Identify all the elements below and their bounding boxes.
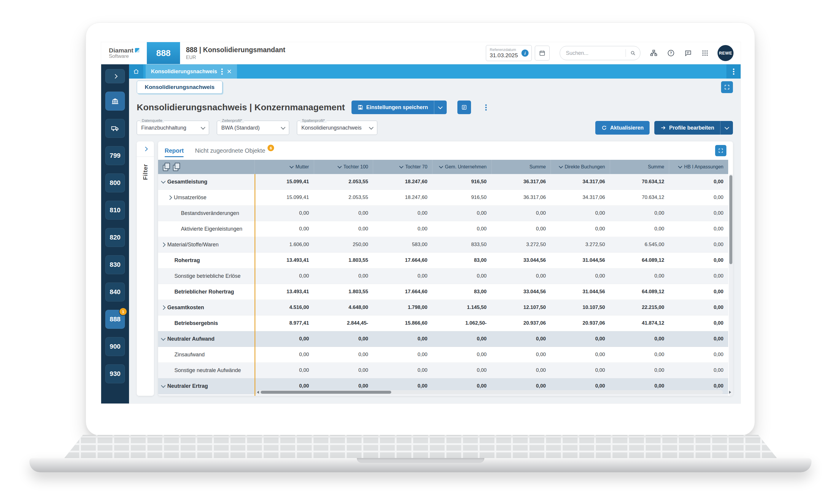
table-row[interactable]: Neutraler Aufwand0,000,000,000,000,000,0… <box>158 331 728 347</box>
column-header[interactable]: HB I Anpassungen <box>669 160 728 174</box>
column-header[interactable]: Mutter <box>254 160 314 174</box>
search-box[interactable] <box>560 46 640 60</box>
home-button[interactable] <box>129 64 143 78</box>
table-row[interactable]: Zinsaufwand0,000,000,000,000,000,000,000… <box>158 347 728 363</box>
table-row[interactable]: Sonstige neutrale Aufwände0,000,000,000,… <box>158 363 728 378</box>
info-icon[interactable] <box>521 50 529 57</box>
column-header-label: Tochter 70 <box>405 164 427 169</box>
cell-value: 4.648,00 <box>314 300 373 315</box>
help-icon[interactable]: ? <box>667 49 675 57</box>
table-row[interactable]: Gesamtleistung15.099,412.053,5518.247,60… <box>158 174 728 190</box>
sidebar-item-810[interactable]: 810 <box>105 201 125 220</box>
table-row[interactable]: Aktivierte Eigenleistungen0,000,000,000,… <box>158 221 728 237</box>
apps-grid-icon[interactable] <box>701 50 709 57</box>
cell-value: 0,00 <box>492 268 551 284</box>
collapse-row-icon[interactable] <box>161 179 166 183</box>
collapse-row-icon[interactable] <box>161 336 166 341</box>
tab-close-icon[interactable] <box>227 69 232 74</box>
feedback-icon[interactable] <box>684 49 692 57</box>
sidebar-item-799[interactable]: 799 <box>105 146 125 165</box>
cell-value: 18.247,60 <box>373 190 432 205</box>
vertical-scrollbar-thumb[interactable] <box>729 175 732 264</box>
tab-report[interactable]: Report <box>165 141 184 160</box>
sidebar-expand-button[interactable] <box>105 69 125 83</box>
cell-value: 0,00 <box>610 363 669 378</box>
table-row[interactable]: Umsatzerlöse15.099,412.053,5518.247,6091… <box>158 190 728 205</box>
cell-value: 70.634,12 <box>610 190 669 205</box>
copy-icon[interactable] <box>163 163 170 171</box>
sidebar-item-830[interactable]: 830 <box>105 255 125 274</box>
sidebar-item-820[interactable]: 820 <box>105 228 125 247</box>
title-menu-button[interactable] <box>482 107 490 108</box>
sidebar-item-840[interactable]: 840 <box>105 283 125 302</box>
filter-panel-expand-button[interactable] <box>137 141 154 157</box>
columnprofile-select[interactable]: Spaltenprofil* Konsolidierungsnachweis <box>297 121 377 135</box>
cell-value: 2.844,45- <box>314 316 373 331</box>
sidebar-item-900[interactable]: 900 <box>105 337 125 356</box>
datasource-select[interactable]: Datenquelle Finanzbuchhaltung <box>137 121 209 135</box>
expand-row-icon[interactable] <box>167 195 172 200</box>
breadcrumb-chip[interactable]: Konsolidierungsnachweis <box>137 80 222 94</box>
tab-label: Konsolidierungsnachweis <box>151 69 217 75</box>
cell-value: 0,00 <box>610 205 669 221</box>
column-header[interactable]: Direkte Buchungen <box>551 160 610 174</box>
scroll-left-icon[interactable] <box>257 391 259 394</box>
vertical-scrollbar[interactable] <box>729 174 733 396</box>
collapse-row-icon[interactable] <box>161 383 166 388</box>
fullscreen-icon <box>724 84 730 90</box>
laptop-screen-frame: Diamant Software 888 888 | Konsolidierun… <box>86 22 755 435</box>
filter-actions: Aktualisieren Profile bearbeiten <box>595 121 733 134</box>
cell-value: 1.798,00 <box>373 300 432 315</box>
table-row[interactable]: Betrieblicher Rohertrag13.493,411.803,55… <box>158 284 728 300</box>
save-settings-dropdown[interactable] <box>434 101 447 114</box>
sidebar-truck-button[interactable] <box>105 119 125 138</box>
table-row[interactable]: Betriebsergebnis8.977,412.844,45-15.866,… <box>158 316 728 331</box>
chevron-down-icon <box>338 164 342 168</box>
cell-value: 0,00 <box>669 268 728 284</box>
search-icon[interactable] <box>626 50 640 56</box>
row-label: Neutraler Aufwand <box>167 336 214 342</box>
sidebar-item-930[interactable]: 930 <box>105 364 125 383</box>
table-row[interactable]: Gesamtkosten4.516,004.648,001.798,001.14… <box>158 300 728 316</box>
client-number-badge[interactable]: 888 <box>147 42 180 64</box>
calendar-button[interactable] <box>535 46 550 60</box>
notes-button[interactable] <box>458 101 471 114</box>
tab-konsolidierungsnachweis[interactable]: Konsolidierungsnachweis <box>146 64 237 78</box>
tab-unassigned-objects[interactable]: Nicht zugeordnete Objekte 6 <box>195 141 274 160</box>
hierarchy-icon[interactable] <box>650 49 658 57</box>
column-header[interactable]: Gem. Unternehmen <box>432 160 492 174</box>
sidebar-bank-button[interactable] <box>105 92 125 111</box>
rowprofile-select[interactable]: Zeilenprofil* BWA (Standard) <box>217 121 289 135</box>
cell-value: 0,00 <box>314 331 373 346</box>
expand-row-icon[interactable] <box>161 305 166 310</box>
table-row[interactable]: Sonstige betriebliche Erlöse0,000,000,00… <box>158 268 728 284</box>
search-input[interactable] <box>565 50 626 57</box>
sidebar-item-800[interactable]: 800 <box>105 174 125 193</box>
kebab-icon <box>733 71 734 72</box>
copy-all-icon[interactable] <box>173 163 180 171</box>
save-settings-button[interactable]: Einstellungen speichern <box>352 101 434 114</box>
column-header[interactable]: Summe <box>610 160 669 174</box>
edit-profiles-button[interactable]: Profile bearbeiten <box>654 121 720 134</box>
column-header[interactable]: Summe <box>492 160 551 174</box>
tabbar-menu-button[interactable] <box>727 64 740 78</box>
reference-date-field[interactable]: Referenzdatum 31.03.2025 <box>486 45 532 61</box>
fullscreen-button[interactable] <box>721 81 733 93</box>
table-row[interactable]: Bestandsveränderungen0,000,000,000,000,0… <box>158 205 728 221</box>
user-avatar[interactable]: REWE <box>717 45 734 61</box>
table-row[interactable]: Rohertrag13.493,411.803,5517.664,6083,00… <box>158 253 728 268</box>
mandant-title-block: 888 | Konsolidierungsmandant EUR <box>186 46 285 60</box>
cell-value: 0,00 <box>432 363 492 378</box>
tab-kebab-icon[interactable] <box>221 71 223 72</box>
table-row[interactable]: Material/Stoffe/Waren1.606,00250,00583,0… <box>158 237 728 253</box>
column-header[interactable]: Tochter 70 <box>373 160 432 174</box>
horizontal-scrollbar[interactable] <box>256 390 723 394</box>
edit-profiles-dropdown[interactable] <box>720 121 733 134</box>
report-fullscreen-button[interactable] <box>715 145 727 156</box>
sidebar-item-888[interactable]: 8881 <box>105 310 125 329</box>
column-header[interactable]: Tochter 100 <box>314 160 373 174</box>
refresh-button[interactable]: Aktualisieren <box>595 121 649 134</box>
expand-row-icon[interactable] <box>161 242 166 247</box>
horizontal-scrollbar-thumb[interactable] <box>261 391 391 394</box>
scroll-right-icon[interactable] <box>729 391 731 394</box>
